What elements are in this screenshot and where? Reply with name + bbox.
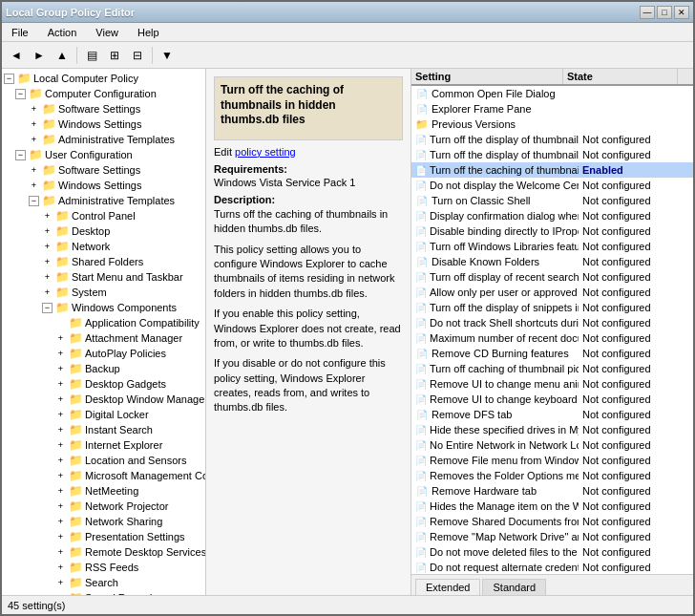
new-window-button[interactable]: ⊟ [127, 45, 148, 66]
tree-item-startmenu[interactable]: + 📁 Start Menu and Taskbar [2, 269, 205, 285]
forward-button[interactable]: ► [29, 45, 50, 66]
np-exp[interactable]: + [55, 501, 66, 512]
wc-expander[interactable]: − [42, 303, 53, 313]
tree-item-sw-cc[interactable]: + 📁 Software Settings [2, 101, 205, 117]
setting-row[interactable]: 📄Explorer Frame Pane [411, 101, 693, 117]
nm-exp[interactable]: + [55, 486, 66, 497]
tree-item-dwm[interactable]: + 📁 Desktop Window Manager [2, 392, 205, 407]
setting-row[interactable]: 📄Turn off the display of thumbnails and … [411, 147, 693, 162]
search-exp[interactable]: + [55, 578, 66, 588]
maximize-button[interactable]: □ [657, 6, 672, 19]
tree-item-ns[interactable]: + 📁 Network Sharing [2, 514, 205, 529]
menu-file[interactable]: File [6, 25, 34, 40]
sys-expander[interactable]: + [42, 287, 53, 298]
setting-row[interactable]: 📄Display confirmation dialog when deleti… [411, 208, 693, 223]
tree-item-ws-uc[interactable]: + 📁 Windows Settings [2, 178, 205, 193]
setting-row[interactable]: 📄Disable Known FoldersNot configured [411, 254, 693, 269]
tree-item-is[interactable]: + 📁 Instant Search [2, 422, 205, 437]
setting-row[interactable]: 📄Remove DFS tabNot configured [411, 407, 693, 422]
tree-item-autoplay[interactable]: + 📁 AutoPlay Policies [2, 346, 205, 361]
setting-row[interactable]: 📄Remove "Map Network Drive" and "Disconn… [411, 529, 693, 544]
dl-exp[interactable]: + [55, 410, 66, 420]
tree-item-nm[interactable]: + 📁 NetMeeting [2, 483, 205, 499]
setting-row[interactable]: 📁Previous Versions [411, 117, 693, 132]
sm-expander[interactable]: + [42, 272, 53, 283]
setting-row[interactable]: 📄Do not track Shell shortcuts during roa… [411, 315, 693, 330]
setting-row[interactable]: 📄Maximum number of recent documentsNot c… [411, 330, 693, 346]
close-button[interactable]: ✕ [674, 6, 689, 19]
up-button[interactable]: ▲ [52, 45, 73, 66]
filter-button[interactable]: ▼ [157, 45, 178, 66]
root-expander[interactable]: − [4, 74, 14, 84]
dwm-exp[interactable]: + [55, 394, 66, 405]
setting-row[interactable]: 📄Turn off the display of thumbnails and … [411, 132, 693, 147]
setting-row[interactable]: 📄Turn off caching of thumbnail picturesN… [411, 361, 693, 376]
setting-row[interactable]: 📄Common Open File Dialog [411, 86, 693, 101]
setting-row[interactable]: 📄Turn off display of recent search entri… [411, 269, 693, 285]
tree-item-sw-uc[interactable]: + 📁 Software Settings [2, 162, 205, 178]
tree-item-desktop[interactable]: + 📁 Desktop [2, 223, 205, 239]
attach-exp[interactable]: + [55, 333, 66, 344]
tree-item-las[interactable]: + 📁 Location and Sensors [2, 453, 205, 468]
minimize-button[interactable]: — [640, 6, 655, 19]
tree-item-ws-cc[interactable]: + 📁 Windows Settings [2, 117, 205, 132]
dg-exp[interactable]: + [55, 379, 66, 390]
tree-item-rds[interactable]: + 📁 Remote Desktop Services [2, 544, 205, 560]
cc-expander[interactable]: − [15, 89, 26, 99]
show-hide-button[interactable]: ▤ [81, 45, 102, 66]
las-exp[interactable]: + [55, 456, 66, 466]
setting-row[interactable]: 📄Turn off the caching of thumbnails in h… [411, 162, 693, 178]
ws-uc-expander[interactable]: + [29, 181, 39, 191]
tree-item-search[interactable]: + 📁 Search [2, 575, 205, 590]
setting-row[interactable]: 📄Remove Shared Documents from My Compute… [411, 514, 693, 529]
uc-expander[interactable]: − [15, 150, 26, 160]
tree-item-rss[interactable]: + 📁 RSS Feeds [2, 560, 205, 575]
setting-row[interactable]: 📄Turn off Windows Libraries features tha… [411, 239, 693, 254]
tree-item-shared-folders[interactable]: + 📁 Shared Folders [2, 254, 205, 269]
properties-button[interactable]: ⊞ [104, 45, 125, 66]
tree-item-at-cc[interactable]: + 📁 Administrative Templates [2, 132, 205, 147]
setting-row[interactable]: 📄Do not request alternate credentialsNot… [411, 560, 693, 574]
setting-row[interactable]: 📄Remove Hardware tabNot configured [411, 483, 693, 499]
setting-row[interactable]: 📄Remove File menu from Windows ExplorerN… [411, 453, 693, 468]
menu-view[interactable]: View [90, 25, 124, 40]
tree-item-mmc[interactable]: + 📁 Microsoft Management Console [2, 468, 205, 483]
tree-item-system[interactable]: + 📁 System [2, 285, 205, 300]
cp-expander[interactable]: + [42, 211, 53, 222]
sw-cc-expander[interactable]: + [29, 104, 39, 115]
setting-row[interactable]: 📄Allow only per user or approved shell e… [411, 285, 693, 300]
setting-row[interactable]: 📄Remove UI to change keyboard navigation… [411, 392, 693, 407]
ps-exp[interactable]: + [55, 532, 66, 542]
setting-row[interactable]: 📄No Entire Network in Network LocationsN… [411, 437, 693, 453]
at-uc-expander[interactable]: − [29, 196, 39, 206]
tree-item-computer-config[interactable]: − 📁 Computer Configuration [2, 86, 205, 101]
mmc-exp[interactable]: + [55, 471, 66, 481]
setting-row[interactable]: 📄Removes the Folder Options menu item fr… [411, 468, 693, 483]
tree-item-backup[interactable]: + 📁 Backup [2, 361, 205, 376]
setting-row[interactable]: 📄Disable binding directly to IPropertySe… [411, 223, 693, 239]
ws-cc-expander[interactable]: + [29, 119, 39, 130]
tree-item-root[interactable]: − 📁 Local Computer Policy [2, 71, 205, 86]
setting-row[interactable]: 📄Do not move deleted files to the Recycl… [411, 544, 693, 560]
tree-item-network[interactable]: + 📁 Network [2, 239, 205, 254]
tree-item-dg[interactable]: + 📁 Desktop Gadgets [2, 376, 205, 392]
setting-row[interactable]: 📄Turn off the display of snippets in Con… [411, 300, 693, 315]
desktop-expander[interactable]: + [42, 226, 53, 237]
ns-exp[interactable]: + [55, 517, 66, 527]
ap-exp[interactable]: + [55, 349, 66, 359]
setting-row[interactable]: 📄Hides the Manage item on the Windows Ex… [411, 499, 693, 514]
setting-row[interactable]: 📄Do not display the Welcome Center at us… [411, 178, 693, 193]
ie-exp[interactable]: + [55, 440, 66, 451]
tab-standard[interactable]: Standard [482, 579, 546, 595]
setting-row[interactable]: 📄Turn on Classic ShellNot configured [411, 193, 693, 208]
setting-row[interactable]: 📄Remove UI to change menu animation sett… [411, 376, 693, 392]
menu-help[interactable]: Help [132, 25, 165, 40]
tree-item-np[interactable]: + 📁 Network Projector [2, 499, 205, 514]
col-header-state[interactable]: State [563, 69, 678, 84]
tree-item-win-components[interactable]: − 📁 Windows Components [2, 300, 205, 315]
tree-item-user-config[interactable]: − 📁 User Configuration [2, 147, 205, 162]
tree-item-at-uc[interactable]: − 📁 Administrative Templates [2, 193, 205, 208]
tree-item-app-compat[interactable]: 📁 Application Compatibility [2, 315, 205, 330]
tree-item-ps[interactable]: + 📁 Presentation Settings [2, 529, 205, 544]
tab-extended[interactable]: Extended [415, 579, 480, 595]
